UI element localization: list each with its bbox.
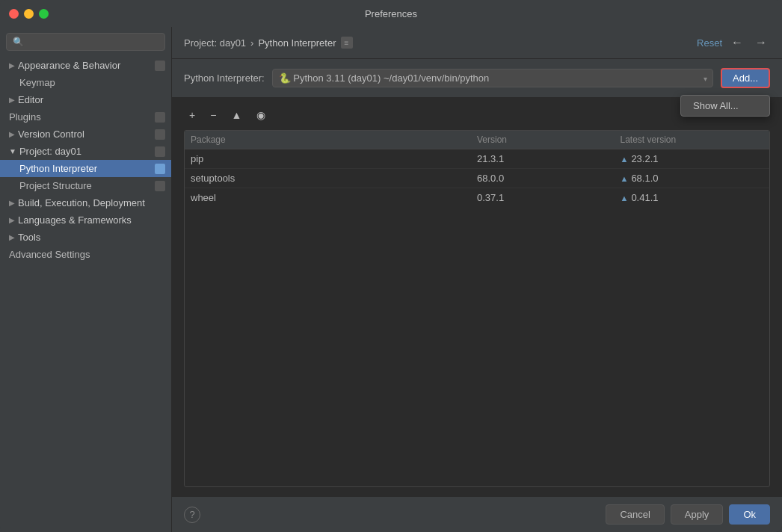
- chevron-right-icon: ▶: [9, 61, 15, 69]
- apply-button[interactable]: Apply: [671, 504, 724, 525]
- sidebar-item-tools[interactable]: ▶ Tools: [0, 229, 171, 246]
- breadcrumb-page: Python Interpreter: [258, 37, 336, 49]
- search-input[interactable]: [6, 33, 165, 51]
- chevron-right-icon: ▶: [9, 96, 15, 104]
- chevron-right-icon: ▶: [9, 130, 15, 138]
- sidebar-item-label: Python Interpreter: [19, 163, 97, 174]
- pin-icon: [155, 112, 165, 123]
- pin-icon: [155, 181, 165, 191]
- column-package: Package: [191, 134, 477, 145]
- back-button[interactable]: ←: [728, 34, 746, 51]
- pin-icon: ≡: [341, 37, 353, 49]
- sidebar-item-label: Editor: [18, 94, 43, 105]
- add-package-button[interactable]: +: [184, 106, 200, 124]
- show-all-item[interactable]: Show All...: [681, 96, 769, 116]
- chevron-right-icon: ▶: [9, 199, 15, 207]
- titlebar: Preferences: [0, 0, 782, 27]
- pin-icon: [155, 129, 165, 140]
- package-name: wheel: [191, 192, 477, 203]
- packages-area: + − ▲ ◉ Package Version Latest version p…: [172, 97, 782, 496]
- panel-header: Project: day01 › Python Interpreter ≡ Re…: [172, 27, 782, 59]
- show-package-button[interactable]: ◉: [251, 106, 271, 124]
- package-name: setuptools: [191, 173, 477, 184]
- column-version: Version: [477, 134, 621, 145]
- sidebar-item-appearance[interactable]: ▶ Appearance & Behavior: [0, 57, 171, 74]
- bottom-left: ?: [184, 507, 200, 523]
- chevron-right-icon: ▶: [9, 233, 15, 241]
- sidebar-item-project-structure[interactable]: Project Structure: [0, 177, 171, 194]
- sidebar-item-python-interpreter[interactable]: Python Interpreter: [0, 160, 171, 177]
- sidebar-item-label: Tools: [18, 232, 40, 243]
- sidebar-item-build-execution[interactable]: ▶ Build, Execution, Deployment: [0, 194, 171, 211]
- sidebar-item-label: Project: day01: [19, 146, 81, 157]
- close-button[interactable]: [9, 9, 19, 19]
- sidebar-item-label: Languages & Frameworks: [18, 214, 132, 226]
- table-row[interactable]: setuptools 68.0.0 ▲ 68.1.0: [185, 169, 769, 188]
- remove-package-button[interactable]: −: [205, 106, 221, 124]
- sidebar-item-project-day01[interactable]: ▼ Project: day01: [0, 143, 171, 160]
- update-package-button[interactable]: ▲: [226, 106, 247, 124]
- interpreter-row: Python Interpreter: 🐍 Python 3.11 (day01…: [172, 59, 782, 97]
- sidebar-item-languages-frameworks[interactable]: ▶ Languages & Frameworks: [0, 211, 171, 229]
- add-interpreter-button[interactable]: Add...: [721, 68, 770, 88]
- sidebar-item-label: Project Structure: [19, 180, 92, 191]
- sidebar-item-label: Appearance & Behavior: [18, 60, 120, 71]
- pin-icon: [155, 146, 165, 157]
- table-row[interactable]: wheel 0.37.1 ▲ 0.41.1: [185, 188, 769, 207]
- maximize-button[interactable]: [39, 9, 49, 19]
- chevron-down-icon: ▼: [9, 147, 16, 155]
- forward-button[interactable]: →: [752, 34, 770, 51]
- package-latest: ▲ 0.41.1: [621, 192, 764, 203]
- sidebar-item-plugins[interactable]: Plugins: [0, 108, 171, 126]
- upgrade-arrow-icon: ▲: [621, 174, 629, 183]
- minimize-button[interactable]: [24, 9, 34, 19]
- interpreter-dropdown: Show All...: [680, 95, 770, 117]
- bottom-bar: ? Cancel Apply Ok: [172, 496, 782, 532]
- package-version: 21.3.1: [477, 153, 621, 164]
- chevron-right-icon: ▶: [9, 216, 15, 224]
- packages-table: Package Version Latest version pip 21.3.…: [184, 130, 770, 487]
- right-panel: Project: day01 › Python Interpreter ≡ Re…: [172, 27, 782, 532]
- upgrade-arrow-icon: ▲: [621, 194, 629, 202]
- interpreter-select-wrapper: 🐍 Python 3.11 (day01) ~/day01/venv/bin/p…: [272, 69, 713, 87]
- table-header: Package Version Latest version: [185, 131, 769, 149]
- package-version: 68.0.0: [477, 173, 621, 184]
- column-latest: Latest version: [621, 134, 764, 145]
- panel-header-actions: Reset ← →: [697, 34, 770, 51]
- main-content: ▶ Appearance & Behavior Keymap ▶ Editor …: [0, 27, 782, 532]
- sidebar-item-label: Version Control: [18, 129, 84, 140]
- breadcrumb: Project: day01 › Python Interpreter ≡: [184, 37, 697, 49]
- package-latest: ▲ 68.1.0: [621, 173, 764, 184]
- sidebar-item-keymap[interactable]: Keymap: [0, 74, 171, 91]
- sidebar: ▶ Appearance & Behavior Keymap ▶ Editor …: [0, 27, 172, 532]
- pin-icon: [155, 164, 165, 174]
- cancel-button[interactable]: Cancel: [606, 504, 664, 525]
- window-controls: [9, 9, 49, 19]
- package-name: pip: [191, 153, 477, 164]
- upgrade-arrow-icon: ▲: [621, 155, 629, 164]
- sidebar-item-advanced-settings[interactable]: Advanced Settings: [0, 246, 171, 263]
- breadcrumb-separator: ›: [250, 37, 253, 49]
- table-row[interactable]: pip 21.3.1 ▲ 23.2.1: [185, 149, 769, 169]
- sidebar-item-label: Plugins: [9, 111, 41, 123]
- sidebar-item-version-control[interactable]: ▶ Version Control: [0, 126, 171, 143]
- interpreter-select[interactable]: 🐍 Python 3.11 (day01) ~/day01/venv/bin/p…: [272, 69, 713, 87]
- package-version: 0.37.1: [477, 192, 621, 203]
- help-button[interactable]: ?: [184, 507, 200, 523]
- reset-button[interactable]: Reset: [697, 37, 722, 49]
- sidebar-item-editor[interactable]: ▶ Editor: [0, 91, 171, 108]
- sidebar-item-label: Advanced Settings: [9, 249, 90, 260]
- breadcrumb-project: Project: day01: [184, 37, 246, 49]
- interpreter-label: Python Interpreter:: [184, 72, 265, 84]
- preferences-window: Preferences ▶ Appearance & Behavior Keym…: [0, 0, 782, 532]
- sidebar-item-label: Build, Execution, Deployment: [18, 197, 145, 208]
- pin-icon: [155, 61, 165, 71]
- window-title: Preferences: [365, 8, 417, 19]
- sidebar-item-label: Keymap: [19, 77, 55, 88]
- ok-button[interactable]: Ok: [729, 504, 770, 525]
- package-latest: ▲ 23.2.1: [621, 153, 764, 164]
